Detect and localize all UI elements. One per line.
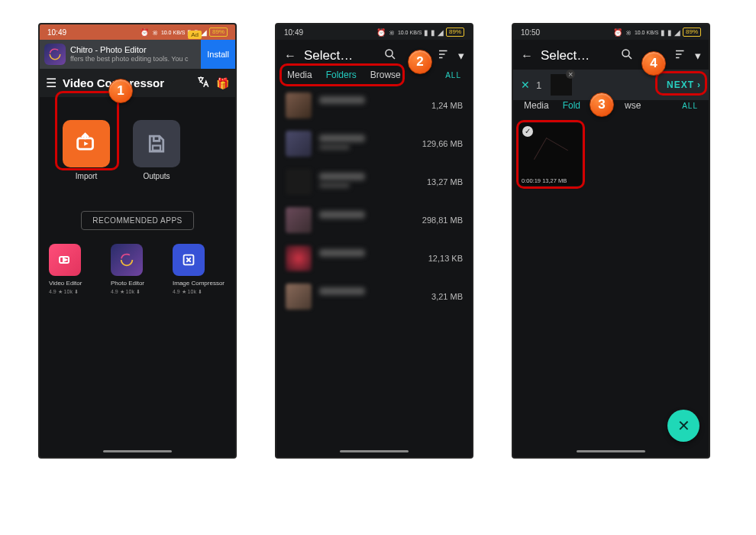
- svg-rect-3: [153, 146, 160, 151]
- video-tile[interactable]: ✓ 0:00:19 13,27 MB: [519, 123, 582, 186]
- phone-screen-2: 10:49 ⏰ ⨳ 10.0 KB/S ▮ ▮ ◢ 89% ← Select… …: [275, 23, 473, 459]
- install-button[interactable]: Install: [201, 40, 235, 69]
- rec-app-video-editor[interactable]: Video Editor 4.9 ★ 10k ⬇: [49, 244, 102, 295]
- fab-close-button[interactable]: ✕: [667, 410, 699, 442]
- chevron-right-icon: ›: [697, 79, 701, 90]
- tab-folders[interactable]: Fold: [563, 100, 580, 111]
- back-icon[interactable]: ←: [284, 49, 296, 63]
- clear-selection-icon[interactable]: ✕: [521, 79, 530, 91]
- search-icon[interactable]: [383, 47, 397, 63]
- import-tile[interactable]: Import: [63, 120, 110, 180]
- next-button[interactable]: NEXT ›: [667, 79, 701, 90]
- tab-folders[interactable]: Folders: [326, 70, 357, 80]
- outputs-label: Outputs: [143, 172, 170, 180]
- recommended-section: RECOMMENDED APPS Video Editor 4.9 ★ 10k …: [49, 211, 226, 295]
- dropdown-icon[interactable]: ▾: [695, 49, 701, 63]
- list-item[interactable]: 3,21 MB: [276, 277, 472, 316]
- status-time: 10:49: [47, 28, 66, 37]
- status-time: 10:49: [284, 28, 303, 37]
- list-item[interactable]: 129,66 MB: [276, 125, 472, 163]
- ad-text: Chitro - Photo Editor ffers the best pho…: [70, 45, 201, 63]
- toolbar: ← Select… ▾: [276, 40, 472, 70]
- selection-count: 1: [536, 79, 541, 91]
- tab-browse[interactable]: Browse: [370, 70, 401, 80]
- home-tiles-area: Import Outputs 1: [40, 97, 235, 180]
- tabs: Media Fold wse ALL 3: [513, 100, 709, 117]
- status-bar: 10:49 ⏰ ⨳ 10.0 KB/S ▮ ▮ ◢ 89%: [276, 24, 472, 40]
- toolbar-title: Select…: [541, 48, 612, 63]
- selection-thumbnail[interactable]: [551, 74, 572, 96]
- status-bar: 10:49 ⏰ ⨳ 10.0 KB/S ▮ ▮ ◢ 89%: [40, 24, 235, 40]
- toolbar: ← Select… ▾: [513, 40, 709, 70]
- tab-media[interactable]: Media: [287, 70, 312, 80]
- menu-icon[interactable]: ☰: [46, 76, 57, 90]
- image-compressor-icon: [173, 244, 205, 276]
- status-bar: 10:50 ⏰ ⨳ 10.0 KB/S ▮ ▮ ◢ 89%: [513, 24, 709, 40]
- sort-icon[interactable]: [674, 47, 687, 63]
- back-icon[interactable]: ←: [521, 49, 533, 63]
- list-item[interactable]: 13,27 MB: [276, 163, 472, 201]
- list-item[interactable]: 12,13 KB: [276, 239, 472, 277]
- recommended-apps-button[interactable]: RECOMMENDED APPS: [81, 211, 193, 230]
- folder-list[interactable]: 1,24 MB 129,66 MB 13,27 MB 298,81 MB 12,…: [276, 86, 472, 457]
- tab-media[interactable]: Media: [524, 100, 549, 111]
- rec-app-image-compressor[interactable]: Image Compressor 4.9 ★ 10k ⬇: [173, 244, 226, 295]
- tab-browse[interactable]: wse: [625, 100, 641, 111]
- rec-app-photo-editor[interactable]: Photo Editor 4.9 ★ 10k ⬇: [111, 244, 164, 295]
- search-icon[interactable]: [620, 47, 634, 63]
- photo-editor-icon: [111, 244, 143, 276]
- video-editor-icon: [49, 244, 81, 276]
- svg-point-8: [386, 50, 393, 57]
- all-button[interactable]: ALL: [682, 102, 698, 110]
- home-indicator: [103, 450, 172, 452]
- home-indicator: [577, 450, 645, 452]
- import-label: Import: [76, 172, 97, 180]
- selection-bar: ✕ 1 NEXT › 4: [513, 70, 709, 100]
- translate-icon[interactable]: [196, 75, 210, 91]
- svg-point-9: [622, 50, 629, 57]
- check-icon: ✓: [522, 126, 533, 137]
- sort-icon[interactable]: [437, 47, 451, 63]
- status-time: 10:50: [521, 28, 540, 37]
- app-title: Video Compressor: [63, 76, 190, 89]
- home-indicator: [340, 450, 409, 452]
- gift-icon[interactable]: 🎁: [216, 77, 229, 89]
- app-header: ☰ Video Compressor 🎁: [40, 69, 235, 97]
- video-grid: ✓ 0:00:19 13,27 MB: [513, 117, 709, 192]
- phone-screen-3: 10:50 ⏰ ⨳ 10.0 KB/S ▮ ▮ ◢ 89% ← Select… …: [512, 23, 710, 459]
- outputs-tile[interactable]: Outputs: [133, 120, 180, 180]
- phone-screen-1: 10:49 ⏰ ⨳ 10.0 KB/S ▮ ▮ ◢ 89% Chitro - P…: [38, 23, 237, 459]
- list-item[interactable]: 298,81 MB: [276, 201, 472, 239]
- dropdown-icon[interactable]: ▾: [458, 49, 464, 63]
- status-icons: ⏰ ⨳ 10.0 KB/S ▮ ▮ ◢ 89%: [140, 28, 228, 37]
- toolbar-title: Select…: [304, 48, 376, 63]
- ad-tag: Ad: [188, 31, 202, 39]
- ad-app-icon: [44, 44, 66, 65]
- ad-banner[interactable]: Chitro - Photo Editor ffers the best pho…: [40, 40, 235, 69]
- all-button[interactable]: ALL: [445, 71, 461, 79]
- tabs: Media Folders Browse ALL 2: [276, 70, 472, 86]
- video-info: 0:00:19 13,27 MB: [522, 177, 567, 184]
- list-item[interactable]: 1,24 MB: [276, 86, 472, 125]
